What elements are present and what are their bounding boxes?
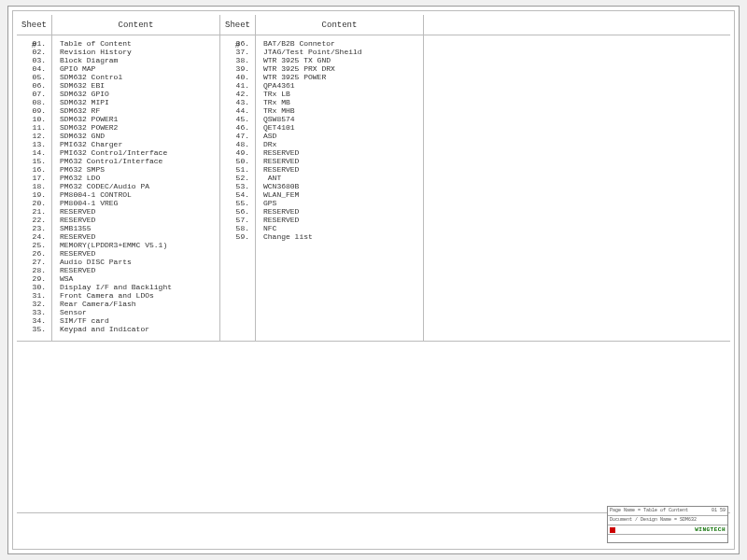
tb-row-logo: WINGTECH [608, 525, 727, 535]
title-block: Page Name = Table of Content 01 59 Docum… [607, 506, 728, 543]
col2-content: Content BAT/B2B Connetor JTAG/Test Point… [256, 15, 424, 341]
inner-frame: Sheet # 01. 02. 03. 04. 05. 06. 07. 08. … [12, 10, 735, 550]
header-content-2: Content [256, 15, 423, 35]
blank-body [424, 35, 730, 341]
col2-numbers: 36. 37. 38. 39. 40. 41. 42. 43. 44. 45. … [220, 35, 255, 341]
col1-content: Content Table of Content Revision Histor… [52, 15, 220, 341]
header-blank [424, 15, 730, 35]
tb-doc-name: Document / Design Name = SDM632 [610, 517, 697, 524]
tb-page-name: Page Name = Table of Content [610, 508, 688, 514]
tb-row-1: Page Name = Table of Content 01 59 [608, 507, 727, 516]
header-sheet-2: Sheet # [220, 15, 255, 35]
tb-row-2: Document / Design Name = SDM632 [608, 516, 727, 525]
table-of-contents: Sheet # 01. 02. 03. 04. 05. 06. 07. 08. … [17, 15, 730, 342]
col1-numbers: 01. 02. 03. 04. 05. 06. 07. 08. 09. 10. … [17, 35, 51, 341]
col2-titles: BAT/B2B Connetor JTAG/Test Point/Sheild … [256, 35, 423, 341]
page-frame: Sheet # 01. 02. 03. 04. 05. 06. 07. 08. … [7, 6, 740, 554]
brand-text: WINGTECH [695, 526, 726, 533]
lower-blank-area [17, 345, 730, 513]
col-blank [424, 15, 730, 341]
logo-square-icon [610, 527, 615, 533]
col2-sheet-number: Sheet # 36. 37. 38. 39. 40. 41. 42. 43. … [220, 15, 256, 341]
tb-page-count: 01 59 [712, 508, 726, 514]
header-content: Content [52, 15, 219, 35]
tb-row-4 [608, 535, 727, 537]
col1-titles: Table of Content Revision History Block … [52, 35, 219, 341]
col1-sheet-number: Sheet # 01. 02. 03. 04. 05. 06. 07. 08. … [17, 15, 52, 341]
header-sheet: Sheet # [17, 15, 51, 35]
